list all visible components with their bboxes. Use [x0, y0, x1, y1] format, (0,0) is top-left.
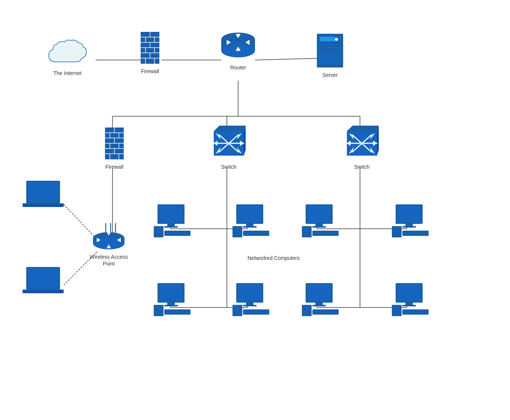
laptop2-icon	[21, 266, 66, 298]
server-icon	[315, 32, 345, 69]
router-label: Router	[230, 64, 246, 71]
svg-point-170	[396, 230, 398, 232]
svg-rect-145	[238, 206, 262, 222]
svg-rect-137	[164, 226, 178, 228]
svg-rect-206	[405, 303, 413, 305]
svg-rect-175	[159, 284, 183, 301]
svg-rect-155	[307, 206, 331, 222]
pc-right-top-left	[300, 204, 341, 238]
svg-rect-147	[243, 226, 256, 228]
svg-marker-85	[347, 126, 379, 131]
pc-icon	[154, 204, 191, 238]
wap-node: Wireless AccessPoint	[86, 221, 131, 267]
switch-right-icon	[343, 124, 381, 161]
svg-rect-165	[397, 206, 421, 222]
cloud-icon	[45, 38, 90, 68]
pc-right-top-right	[390, 204, 431, 238]
switch-right-label: Switch	[354, 164, 369, 170]
svg-rect-121	[28, 268, 58, 288]
svg-rect-186	[246, 303, 254, 305]
pc-icon	[154, 283, 191, 317]
pc-icon	[232, 283, 270, 317]
svg-rect-55	[320, 51, 340, 53]
svg-rect-209	[393, 306, 400, 308]
router-icon	[219, 32, 257, 62]
svg-rect-53	[320, 45, 340, 47]
svg-rect-201	[312, 309, 339, 315]
svg-rect-141	[164, 231, 190, 236]
switch-mid-label: Switch	[221, 164, 236, 170]
svg-rect-207	[402, 305, 416, 306]
internet-node: The Internet	[38, 38, 98, 76]
pc-mid-bot-left	[152, 283, 193, 317]
svg-point-180	[158, 309, 160, 311]
svg-rect-151	[243, 231, 269, 236]
svg-point-160	[306, 230, 308, 232]
pc-icon	[232, 204, 270, 238]
svg-point-150	[236, 230, 238, 232]
svg-rect-166	[405, 224, 413, 226]
svg-rect-187	[243, 305, 256, 306]
laptop2-node	[19, 266, 68, 298]
pc-icon	[302, 283, 339, 317]
svg-rect-197	[312, 305, 326, 306]
svg-rect-205	[397, 284, 421, 301]
network-diagram: The Internet Firewall	[0, 0, 510, 420]
svg-rect-191	[243, 309, 269, 315]
svg-point-190	[236, 309, 238, 311]
svg-rect-196	[315, 303, 323, 305]
internet-label: The Internet	[53, 70, 82, 76]
pc-mid-top-right	[231, 204, 272, 238]
laptop1-icon	[21, 180, 66, 212]
svg-rect-51	[320, 37, 335, 41]
svg-rect-157	[312, 226, 326, 228]
svg-rect-136	[167, 224, 175, 226]
svg-point-210	[396, 309, 398, 311]
svg-rect-159	[303, 227, 310, 229]
laptop1-node	[19, 180, 68, 212]
svg-point-200	[306, 309, 308, 311]
svg-rect-169	[393, 227, 400, 229]
server-node: Server	[311, 32, 349, 78]
pc-right-bot-left	[300, 283, 341, 317]
svg-rect-179	[155, 306, 162, 308]
networked-computers-label: Networked Computers	[248, 255, 300, 261]
svg-marker-73	[214, 126, 246, 131]
switch-mid-icon	[210, 124, 248, 161]
svg-rect-161	[312, 231, 339, 236]
switch-mid-node: Switch	[206, 124, 251, 170]
firewall-mid-label: Firewall	[105, 164, 123, 170]
svg-rect-156	[315, 224, 323, 226]
pc-mid-bot-right	[231, 283, 272, 317]
svg-rect-107	[28, 182, 58, 202]
pc-mid-top-left	[152, 204, 193, 238]
firewall-top-node: Firewall	[135, 32, 165, 75]
svg-point-140	[158, 230, 160, 232]
firewall-mid-node: Firewall	[99, 128, 129, 170]
svg-rect-171	[402, 231, 429, 236]
svg-rect-176	[167, 303, 175, 305]
switch-right-node: Switch	[339, 124, 384, 170]
svg-rect-177	[164, 305, 178, 306]
firewall-top-label: Firewall	[141, 68, 159, 75]
pc-icon	[392, 204, 429, 238]
router-node: Router	[216, 32, 261, 71]
svg-rect-135	[159, 206, 183, 222]
svg-rect-149	[234, 227, 241, 229]
pc-icon	[392, 283, 429, 317]
svg-rect-185	[238, 284, 262, 301]
svg-rect-52	[319, 44, 341, 64]
svg-rect-167	[402, 226, 416, 228]
wap-icon	[90, 221, 128, 251]
svg-rect-211	[402, 309, 429, 315]
pc-right-bot-right	[390, 283, 431, 317]
wap-label: Wireless AccessPoint	[90, 254, 128, 267]
svg-rect-54	[320, 48, 340, 50]
svg-rect-139	[155, 227, 162, 229]
server-label: Server	[322, 72, 338, 78]
firewall-top-icon	[139, 32, 161, 66]
svg-rect-199	[303, 306, 310, 308]
svg-rect-146	[246, 224, 254, 226]
svg-rect-189	[234, 306, 241, 308]
firewall-mid-icon	[103, 128, 126, 161]
